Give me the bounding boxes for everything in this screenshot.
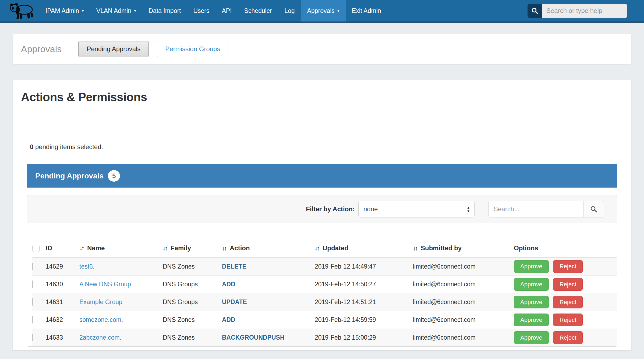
table-header-row: ID↓↑Name↓↑Family↓↑Action↓↑Updated↓↑Submi…: [32, 223, 617, 258]
table-search-group: [489, 201, 604, 217]
header-tabs: Pending ApprovalsPermission Groups: [78, 41, 236, 57]
column-header-options: Options: [514, 244, 617, 257]
table-search-button[interactable]: [583, 201, 604, 217]
tab-pending-approvals[interactable]: Pending Approvals: [78, 41, 149, 57]
row-family: DNS Groups: [163, 298, 222, 306]
approve-button[interactable]: Approve: [514, 278, 549, 291]
reject-button[interactable]: Reject: [553, 331, 583, 344]
row-options-cell: ApproveReject: [514, 331, 617, 344]
tab-permission-groups[interactable]: Permission Groups: [157, 41, 228, 57]
top-navbar: IPAM Admin▾VLAN Admin▾Data ImportUsersAP…: [0, 0, 644, 23]
nav-item-label: Exit Admin: [352, 7, 381, 15]
nav-item-vlan-admin[interactable]: VLAN Admin▾: [90, 0, 142, 22]
row-checkbox[interactable]: [32, 334, 33, 341]
action-filter-select[interactable]: none ▴▾: [358, 201, 475, 217]
row-action-link[interactable]: DELETE: [222, 263, 246, 270]
row-name-link[interactable]: 2abczone.com.: [79, 334, 121, 341]
nav-item-exit-admin[interactable]: Exit Admin: [346, 0, 387, 22]
reject-button[interactable]: Reject: [553, 278, 583, 291]
row-select-cell: [32, 334, 46, 341]
search-icon[interactable]: [528, 4, 542, 18]
nav-item-label: IPAM Admin: [45, 7, 79, 15]
row-updated: 2019-Feb-12 15:00:29: [315, 334, 413, 341]
select-all-checkbox[interactable]: [32, 245, 40, 252]
nav-item-label: API: [222, 7, 232, 15]
row-name-link[interactable]: A New DNS Group: [79, 281, 131, 288]
help-search-input[interactable]: [542, 4, 627, 18]
nav-item-label: Log: [284, 7, 295, 15]
row-submitted-by: limited@6connect.com: [413, 263, 514, 270]
row-id: 14632: [46, 316, 79, 323]
row-checkbox[interactable]: [32, 298, 33, 306]
filter-label: Filter by Action:: [306, 205, 355, 213]
tab-label: Pending Approvals: [87, 45, 140, 53]
column-header-updated[interactable]: ↓↑Updated: [315, 244, 413, 257]
row-family: DNS Zones: [163, 263, 222, 270]
table-search-input[interactable]: [489, 201, 583, 217]
approve-button[interactable]: Approve: [514, 260, 549, 273]
column-header-family[interactable]: ↓↑Family: [163, 244, 222, 257]
row-checkbox[interactable]: [32, 316, 33, 323]
pending-approvals-table: ID↓↑Name↓↑Family↓↑Action↓↑Updated↓↑Submi…: [27, 223, 617, 346]
row-action-cell: UPDATE: [222, 298, 315, 306]
row-select-cell: [32, 298, 46, 306]
column-header-label: Family: [171, 244, 191, 252]
nav-items: IPAM Admin▾VLAN Admin▾Data ImportUsersAP…: [39, 0, 387, 22]
reject-button[interactable]: Reject: [553, 314, 583, 326]
approve-button[interactable]: Approve: [514, 296, 549, 308]
sort-icon: ↓↑: [163, 245, 168, 252]
section-title: Actions & Permissions: [21, 90, 631, 104]
row-options-cell: ApproveReject: [514, 260, 617, 273]
reject-button[interactable]: Reject: [553, 260, 583, 273]
screen: IPAM Admin▾VLAN Admin▾Data ImportUsersAP…: [0, 0, 644, 359]
row-checkbox[interactable]: [32, 280, 33, 288]
row-checkbox[interactable]: [32, 263, 33, 270]
approvals-header-panel: Approvals Pending ApprovalsPermission Gr…: [13, 34, 631, 64]
row-submitted-by: limited@6connect.com: [413, 316, 514, 323]
nav-item-label: Users: [193, 7, 209, 15]
column-header-label: ID: [46, 244, 52, 252]
table-row: 146332abczone.com.DNS ZonesBACKGROUNDPUS…: [32, 329, 617, 346]
row-name-link[interactable]: somezone.com.: [79, 316, 123, 323]
nav-item-approvals[interactable]: Approvals▾: [301, 0, 346, 22]
row-name-link[interactable]: test6.: [79, 263, 94, 270]
table-row: 14632somezone.com.DNS ZonesADD2019-Feb-1…: [32, 311, 617, 329]
row-action-link[interactable]: ADD: [222, 281, 235, 288]
row-select-cell: [32, 316, 46, 323]
app-logo[interactable]: [8, 0, 36, 22]
page-title: Approvals: [21, 44, 62, 54]
row-action-link[interactable]: UPDATE: [222, 298, 247, 305]
filter-bar: Filter by Action: none ▴▾: [27, 195, 617, 223]
selected-count-text: pending items selected.: [33, 143, 103, 150]
nav-item-users[interactable]: Users: [187, 0, 215, 22]
row-name-cell: A New DNS Group: [79, 281, 163, 288]
reject-button[interactable]: Reject: [553, 296, 583, 308]
search-icon: [590, 205, 597, 213]
pending-approvals-bar: Pending Approvals 5: [27, 164, 617, 188]
column-header-label: Updated: [323, 244, 348, 252]
nav-item-ipam-admin[interactable]: IPAM Admin▾: [39, 0, 90, 22]
column-header-submitted-by[interactable]: ↓↑Submitted by: [413, 244, 514, 257]
approve-button[interactable]: Approve: [514, 314, 549, 326]
nav-item-log[interactable]: Log: [278, 0, 301, 22]
row-action-link[interactable]: ADD: [222, 316, 235, 323]
tab-label: Permission Groups: [165, 45, 220, 53]
selected-option: none: [363, 205, 378, 213]
approve-button[interactable]: Approve: [514, 331, 549, 344]
nav-item-label: Approvals: [307, 7, 335, 15]
count-badge: 5: [108, 170, 120, 182]
pending-approvals-title: Pending Approvals: [35, 172, 104, 180]
nav-item-api[interactable]: API: [216, 0, 238, 22]
row-action-link[interactable]: BACKGROUNDPUSH: [222, 334, 285, 341]
nav-item-data-import[interactable]: Data Import: [142, 0, 187, 22]
row-family: DNS Zones: [163, 316, 222, 323]
table-row: 14629test6.DNS ZonesDELETE2019-Feb-12 14…: [32, 258, 617, 275]
nav-item-scheduler[interactable]: Scheduler: [238, 0, 278, 22]
row-action-cell: ADD: [222, 316, 315, 323]
row-name-cell: somezone.com.: [79, 316, 163, 323]
row-name-link[interactable]: Example Group: [79, 298, 122, 305]
column-header-action[interactable]: ↓↑Action: [222, 244, 315, 257]
column-header-name[interactable]: ↓↑Name: [79, 244, 163, 257]
sort-icon: ↓↑: [79, 245, 84, 252]
nav-item-label: Scheduler: [244, 7, 272, 15]
